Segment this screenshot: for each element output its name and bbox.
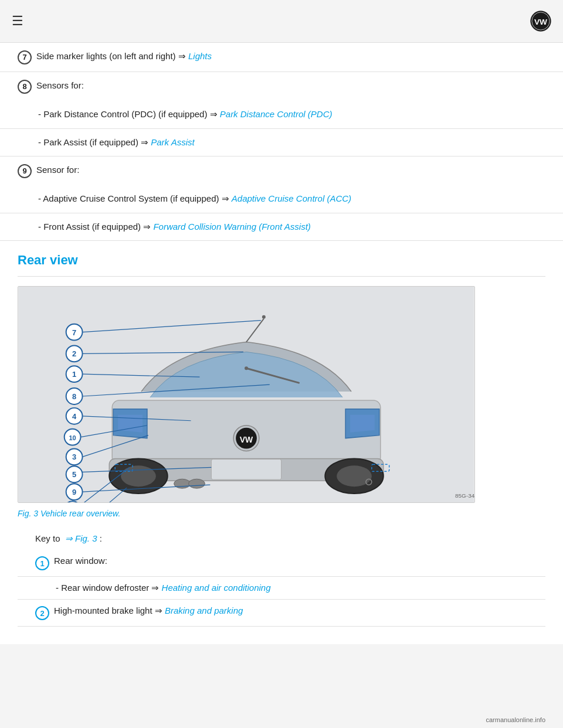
item-9-sub2-row: - Front Assist (if equipped) ⇒ Forward C… xyxy=(0,213,563,241)
content-area: 7 Side marker lights (on left and right)… xyxy=(0,43,563,644)
fig3-link[interactable]: ⇒ Fig. 3 xyxy=(65,533,97,543)
front-assist-link[interactable]: Forward Collision Warning (Front Assist) xyxy=(153,222,310,232)
heating-link[interactable]: Heating and air conditioning xyxy=(162,583,271,593)
item-9-sub1-text: - Adaptive Cruise Control System (if equ… xyxy=(38,192,351,206)
park-assist-link[interactable]: Park Assist xyxy=(151,137,194,147)
badge-blue-1: 1 xyxy=(35,556,49,570)
item-7-text: Side marker lights (on left and right) ⇒… xyxy=(36,50,212,63)
svg-text:9: 9 xyxy=(72,488,76,496)
item-9-sub2-text: - Front Assist (if equipped) ⇒ Forward C… xyxy=(38,220,311,234)
key-to-row: Key to ⇒ Fig. 3 : xyxy=(18,528,545,550)
badge-7: 7 xyxy=(18,50,32,64)
svg-text:VW: VW xyxy=(240,435,253,444)
car-image-container: VW xyxy=(18,286,475,503)
bottom-item-1-row: 1 Rear window: xyxy=(18,550,545,577)
item-9-sub1-row: - Adaptive Cruise Control System (if equ… xyxy=(0,185,563,213)
svg-text:1: 1 xyxy=(72,370,76,379)
car-diagram-svg: VW xyxy=(18,287,474,502)
item-8-text: Sensors for: xyxy=(36,79,84,93)
item-8-sub2-row: - Park Assist (if equipped) ⇒ Park Assis… xyxy=(0,129,563,157)
svg-text:VW: VW xyxy=(534,18,547,26)
bottom-item-1-text: Rear window: xyxy=(54,556,107,566)
item-8-sub1-row: - Park Distance Control (PDC) (if equipp… xyxy=(0,101,563,129)
watermark: carmanualonline.info xyxy=(486,716,545,723)
badge-blue-2: 2 xyxy=(35,606,49,620)
pdc-link[interactable]: Park Distance Control (PDC) xyxy=(220,109,333,119)
section-divider xyxy=(18,276,545,277)
svg-text:4: 4 xyxy=(72,412,77,421)
vw-logo-icon: VW xyxy=(530,11,551,32)
svg-point-11 xyxy=(245,366,248,370)
rear-view-section: Rear view xyxy=(0,241,563,632)
bottom-item-2-text: High-mounted brake light ⇒ Braking and p… xyxy=(54,605,243,616)
svg-text:7: 7 xyxy=(72,328,76,337)
item-7-row: 7 Side marker lights (on left and right)… xyxy=(0,43,563,72)
bottom-item-1-sub1-text: - Rear window defroster ⇒ Heating and ai… xyxy=(56,583,271,593)
braking-link[interactable]: Braking and parking xyxy=(165,605,243,615)
item-8-sub2-text: - Park Assist (if equipped) ⇒ Park Assis… xyxy=(38,136,195,149)
item-8-row: 8 Sensors for: xyxy=(0,72,563,101)
svg-point-15 xyxy=(121,465,156,487)
svg-text:3: 3 xyxy=(72,453,76,461)
page-container: ☰ VW 7 Side marker lights (on left and r… xyxy=(0,0,563,728)
svg-text:2: 2 xyxy=(72,349,76,358)
fig-caption: Fig. 3 Vehicle rear overview. xyxy=(18,509,545,518)
lights-link[interactable]: Lights xyxy=(188,51,212,61)
svg-rect-18 xyxy=(211,459,281,479)
item-9-row: 9 Sensor for: xyxy=(0,157,563,185)
hamburger-icon[interactable]: ☰ xyxy=(12,13,23,29)
svg-point-13 xyxy=(262,315,266,319)
badge-9: 9 xyxy=(18,164,32,178)
svg-text:85G-3476: 85G-3476 xyxy=(455,492,474,499)
svg-text:10: 10 xyxy=(69,434,76,441)
svg-point-20 xyxy=(189,479,205,488)
svg-text:5: 5 xyxy=(72,470,76,479)
bottom-item-1-sub1-row: - Rear window defroster ⇒ Heating and ai… xyxy=(18,577,545,600)
acc-link[interactable]: Adaptive Cruise Control (ACC) xyxy=(232,193,351,203)
item-8-sub1-text: - Park Distance Control (PDC) (if equipp… xyxy=(38,108,333,121)
svg-text:8: 8 xyxy=(72,392,76,401)
badge-8: 8 xyxy=(18,80,32,94)
item-9-text: Sensor for: xyxy=(36,164,79,177)
rear-view-title: Rear view xyxy=(18,253,545,268)
bottom-item-2-row: 2 High-mounted brake light ⇒ Braking and… xyxy=(18,600,545,627)
header-bar: ☰ VW xyxy=(0,0,563,43)
